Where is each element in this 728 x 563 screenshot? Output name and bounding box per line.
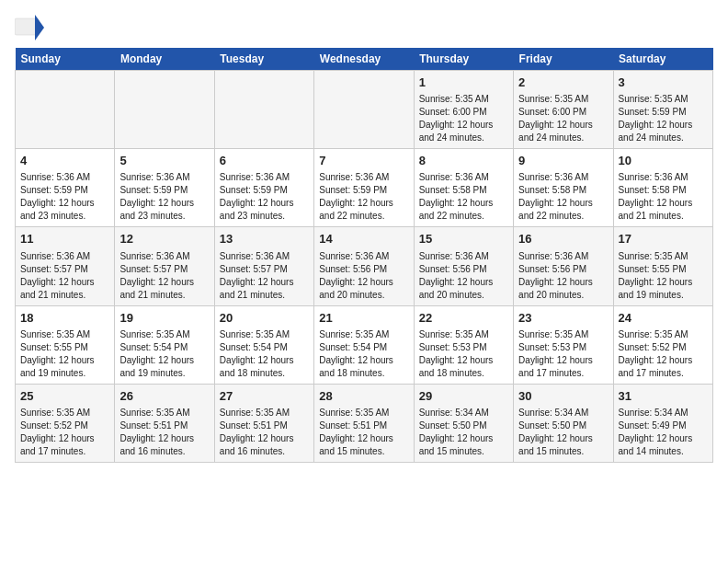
calendar-cell: 18Sunrise: 5:35 AM Sunset: 5:55 PM Dayli… xyxy=(16,305,115,384)
day-number: 24 xyxy=(619,310,708,327)
calendar-cell xyxy=(16,71,115,149)
calendar-cell: 27Sunrise: 5:35 AM Sunset: 5:51 PM Dayli… xyxy=(214,384,313,462)
day-info: Sunrise: 5:35 AM Sunset: 5:54 PM Dayligh… xyxy=(220,328,309,380)
day-number: 23 xyxy=(518,310,608,327)
day-info: Sunrise: 5:34 AM Sunset: 5:50 PM Dayligh… xyxy=(518,407,608,458)
day-number: 28 xyxy=(319,388,408,405)
weekday-header: Wednesday xyxy=(314,48,414,71)
day-number: 20 xyxy=(220,310,309,327)
calendar-cell: 31Sunrise: 5:34 AM Sunset: 5:49 PM Dayli… xyxy=(613,384,712,462)
day-info: Sunrise: 5:35 AM Sunset: 5:54 PM Dayligh… xyxy=(119,328,209,380)
calendar-cell: 4Sunrise: 5:36 AM Sunset: 5:59 PM Daylig… xyxy=(16,149,115,227)
calendar-cell: 5Sunrise: 5:36 AM Sunset: 5:59 PM Daylig… xyxy=(115,149,214,227)
day-info: Sunrise: 5:35 AM Sunset: 5:59 PM Dayligh… xyxy=(619,93,708,144)
calendar-cell: 1Sunrise: 5:35 AM Sunset: 6:00 PM Daylig… xyxy=(414,71,513,149)
calendar-cell xyxy=(115,71,214,149)
calendar-cell: 3Sunrise: 5:35 AM Sunset: 5:59 PM Daylig… xyxy=(613,71,712,149)
calendar-cell: 14Sunrise: 5:36 AM Sunset: 5:56 PM Dayli… xyxy=(314,227,414,305)
weekday-header: Monday xyxy=(115,48,214,71)
day-info: Sunrise: 5:35 AM Sunset: 5:55 PM Dayligh… xyxy=(20,328,109,380)
calendar-cell: 8Sunrise: 5:36 AM Sunset: 5:58 PM Daylig… xyxy=(414,149,513,227)
day-info: Sunrise: 5:36 AM Sunset: 5:59 PM Dayligh… xyxy=(20,171,109,223)
day-number: 15 xyxy=(419,231,508,247)
calendar-cell: 11Sunrise: 5:36 AM Sunset: 5:57 PM Dayli… xyxy=(16,227,115,305)
page-header xyxy=(15,15,713,40)
day-info: Sunrise: 5:35 AM Sunset: 6:00 PM Dayligh… xyxy=(419,93,508,144)
day-number: 31 xyxy=(619,388,708,405)
day-info: Sunrise: 5:34 AM Sunset: 5:50 PM Dayligh… xyxy=(419,407,508,458)
calendar-week-row: 11Sunrise: 5:36 AM Sunset: 5:57 PM Dayli… xyxy=(16,227,713,305)
calendar-cell: 10Sunrise: 5:36 AM Sunset: 5:58 PM Dayli… xyxy=(613,149,712,227)
day-info: Sunrise: 5:36 AM Sunset: 5:56 PM Dayligh… xyxy=(419,250,508,302)
calendar-table: SundayMondayTuesdayWednesdayThursdayFrid… xyxy=(15,48,713,463)
calendar-cell: 30Sunrise: 5:34 AM Sunset: 5:50 PM Dayli… xyxy=(514,384,613,462)
calendar-cell: 6Sunrise: 5:36 AM Sunset: 5:59 PM Daylig… xyxy=(214,149,313,227)
calendar-cell: 16Sunrise: 5:36 AM Sunset: 5:56 PM Dayli… xyxy=(514,227,613,305)
logo xyxy=(15,15,46,40)
calendar-cell: 12Sunrise: 5:36 AM Sunset: 5:57 PM Dayli… xyxy=(115,227,214,305)
calendar-cell: 13Sunrise: 5:36 AM Sunset: 5:57 PM Dayli… xyxy=(214,227,313,305)
day-number: 3 xyxy=(619,75,708,91)
logo-icon xyxy=(15,15,44,40)
day-number: 9 xyxy=(518,153,608,169)
day-info: Sunrise: 5:36 AM Sunset: 5:57 PM Dayligh… xyxy=(220,250,309,302)
day-info: Sunrise: 5:36 AM Sunset: 5:59 PM Dayligh… xyxy=(220,171,309,223)
day-info: Sunrise: 5:35 AM Sunset: 5:51 PM Dayligh… xyxy=(319,407,408,458)
day-info: Sunrise: 5:36 AM Sunset: 5:58 PM Dayligh… xyxy=(619,171,708,223)
calendar-cell: 23Sunrise: 5:35 AM Sunset: 5:53 PM Dayli… xyxy=(514,305,613,384)
day-info: Sunrise: 5:34 AM Sunset: 5:49 PM Dayligh… xyxy=(619,407,708,458)
weekday-header: Friday xyxy=(514,48,613,71)
day-number: 17 xyxy=(619,231,708,247)
day-number: 14 xyxy=(319,231,408,247)
day-number: 29 xyxy=(419,388,508,405)
day-info: Sunrise: 5:36 AM Sunset: 5:58 PM Dayligh… xyxy=(419,171,508,223)
calendar-week-row: 25Sunrise: 5:35 AM Sunset: 5:52 PM Dayli… xyxy=(16,384,713,462)
day-info: Sunrise: 5:35 AM Sunset: 5:53 PM Dayligh… xyxy=(518,328,608,380)
day-info: Sunrise: 5:35 AM Sunset: 5:54 PM Dayligh… xyxy=(319,328,408,380)
calendar-week-row: 18Sunrise: 5:35 AM Sunset: 5:55 PM Dayli… xyxy=(16,305,713,384)
calendar-header: SundayMondayTuesdayWednesdayThursdayFrid… xyxy=(16,48,713,71)
calendar-cell: 28Sunrise: 5:35 AM Sunset: 5:51 PM Dayli… xyxy=(314,384,414,462)
day-info: Sunrise: 5:36 AM Sunset: 5:57 PM Dayligh… xyxy=(119,250,209,302)
day-info: Sunrise: 5:36 AM Sunset: 5:58 PM Dayligh… xyxy=(518,171,608,223)
svg-marker-1 xyxy=(35,15,44,40)
day-info: Sunrise: 5:35 AM Sunset: 5:55 PM Dayligh… xyxy=(619,250,708,302)
day-number: 7 xyxy=(319,153,408,169)
day-number: 11 xyxy=(20,231,109,247)
calendar-week-row: 1Sunrise: 5:35 AM Sunset: 6:00 PM Daylig… xyxy=(16,71,713,149)
day-number: 16 xyxy=(518,231,608,247)
day-number: 4 xyxy=(20,153,109,169)
day-number: 26 xyxy=(119,388,209,405)
weekday-header: Saturday xyxy=(613,48,712,71)
day-info: Sunrise: 5:35 AM Sunset: 6:00 PM Dayligh… xyxy=(518,93,608,144)
calendar-cell: 19Sunrise: 5:35 AM Sunset: 5:54 PM Dayli… xyxy=(115,305,214,384)
day-number: 21 xyxy=(319,310,408,327)
calendar-cell: 2Sunrise: 5:35 AM Sunset: 6:00 PM Daylig… xyxy=(514,71,613,149)
day-info: Sunrise: 5:35 AM Sunset: 5:53 PM Dayligh… xyxy=(419,328,508,380)
day-number: 6 xyxy=(220,153,309,169)
calendar-cell: 26Sunrise: 5:35 AM Sunset: 5:51 PM Dayli… xyxy=(115,384,214,462)
day-number: 10 xyxy=(619,153,708,169)
day-number: 13 xyxy=(220,231,309,247)
calendar-week-row: 4Sunrise: 5:36 AM Sunset: 5:59 PM Daylig… xyxy=(16,149,713,227)
day-number: 27 xyxy=(220,388,309,405)
calendar-cell: 25Sunrise: 5:35 AM Sunset: 5:52 PM Dayli… xyxy=(16,384,115,462)
weekday-header: Sunday xyxy=(16,48,115,71)
calendar-cell: 22Sunrise: 5:35 AM Sunset: 5:53 PM Dayli… xyxy=(414,305,513,384)
weekday-header: Tuesday xyxy=(214,48,313,71)
day-number: 30 xyxy=(518,388,608,405)
calendar-cell: 9Sunrise: 5:36 AM Sunset: 5:58 PM Daylig… xyxy=(514,149,613,227)
day-number: 8 xyxy=(419,153,508,169)
day-number: 12 xyxy=(119,231,209,247)
calendar-cell: 21Sunrise: 5:35 AM Sunset: 5:54 PM Dayli… xyxy=(314,305,414,384)
calendar-cell: 7Sunrise: 5:36 AM Sunset: 5:59 PM Daylig… xyxy=(314,149,414,227)
weekday-header: Thursday xyxy=(414,48,513,71)
day-info: Sunrise: 5:36 AM Sunset: 5:59 PM Dayligh… xyxy=(119,171,209,223)
day-number: 22 xyxy=(419,310,508,327)
calendar-cell: 20Sunrise: 5:35 AM Sunset: 5:54 PM Dayli… xyxy=(214,305,313,384)
day-number: 25 xyxy=(20,388,109,405)
calendar-cell: 15Sunrise: 5:36 AM Sunset: 5:56 PM Dayli… xyxy=(414,227,513,305)
calendar-cell xyxy=(214,71,313,149)
calendar-cell: 17Sunrise: 5:35 AM Sunset: 5:55 PM Dayli… xyxy=(613,227,712,305)
day-number: 18 xyxy=(20,310,109,327)
